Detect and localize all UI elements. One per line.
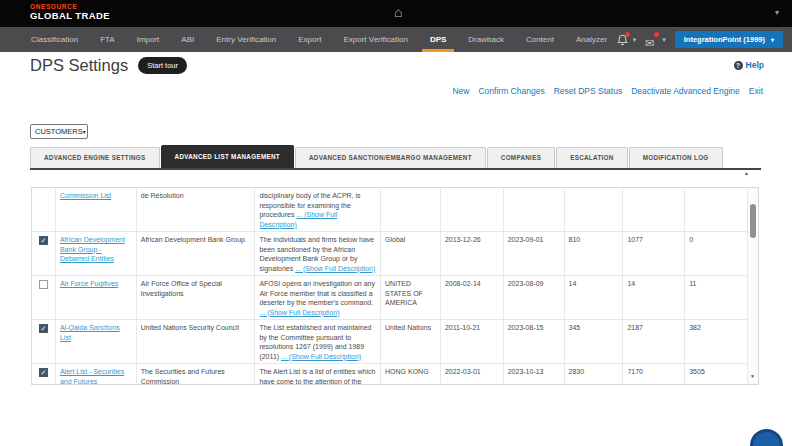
count3-cell: 0 (685, 232, 747, 275)
scroll-up-arrow-icon[interactable]: ▲ (744, 170, 749, 176)
table-row: ✓ Alert List - Securities and Futures Co… (32, 364, 747, 384)
count2-cell (623, 188, 685, 231)
list-name-link[interactable]: Air Force Fugitives (60, 280, 118, 287)
description-cell: disciplinary body of the ACPR, is respon… (255, 188, 381, 231)
help-question-icon: ? (734, 61, 743, 70)
chat-fab-button[interactable] (750, 429, 783, 446)
source-cell: United Nations Security Council (137, 320, 256, 363)
deactivate-advanced-engine-link[interactable]: Deactivate Advanced Engine (631, 86, 740, 96)
description-cell: The List established and maintained by t… (255, 320, 381, 363)
count3-cell: 3505 (685, 364, 747, 384)
show-full-description-link[interactable]: ... (Show Full Description) (259, 309, 339, 316)
list-name-cell: African Development Bank Group - Debarre… (56, 232, 137, 275)
checkbox-cell: ✓ (32, 320, 56, 363)
check-icon: ✓ (41, 369, 47, 376)
count1-cell: 810 (565, 232, 624, 275)
row-checkbox[interactable]: ✓ (39, 280, 48, 289)
description-cell: The Alert List is a list of entities whi… (255, 364, 381, 384)
scroll-down-arrow-icon[interactable]: ▼ (750, 373, 755, 379)
region-cell: UNITED STATES OF AMERICA (381, 276, 441, 319)
checkbox-cell: ✓ (32, 364, 56, 384)
scrollbar-thumb[interactable] (750, 204, 756, 238)
row-checkbox[interactable]: ✓ (39, 324, 48, 333)
description-cell: AFOSI opens an investigation on any Air … (255, 276, 381, 319)
region-cell: Global (381, 232, 441, 275)
nav-item-analyzer[interactable]: Analyzer (565, 27, 618, 52)
count3-cell (685, 188, 747, 231)
tab-companies[interactable]: COMPANIES (487, 147, 555, 168)
description-text: The Alert List is a list of entities whi… (259, 368, 375, 384)
notifications-caret-icon[interactable]: ▾ (633, 36, 637, 44)
nav-item-abi[interactable]: ABI (170, 27, 205, 52)
tab-advanced-sanction-embargo-management[interactable]: ADVANCED SANCTION/EMBARGO MANAGEMENT (295, 147, 486, 168)
nav-item-content[interactable]: Content (515, 27, 565, 52)
new-link[interactable]: New (452, 86, 469, 96)
top-app-bar: ONESOURCE GLOBAL TRADE ⌂ ▾ (0, 0, 792, 27)
nav-item-import[interactable]: Import (126, 27, 171, 52)
check-icon: ✓ (41, 237, 47, 244)
nav-item-export[interactable]: Export (287, 27, 332, 52)
exit-link[interactable]: Exit (749, 86, 763, 96)
title-row: DPS Settings Start tour (30, 56, 187, 75)
table-row: ✓ Air Force Fugitives Air Force Office o… (32, 276, 747, 320)
messages-caret-icon[interactable]: ▾ (662, 36, 666, 44)
row-checkbox[interactable]: ✓ (39, 236, 48, 245)
brand-logo: ONESOURCE GLOBAL TRADE (30, 3, 110, 21)
list-name-link[interactable]: Al-Qaida Sanctions List (60, 324, 120, 341)
tab-advanced-list-management[interactable]: ADVANCED LIST MANAGEMENT (161, 145, 294, 168)
show-full-description-link[interactable]: ... (Show Full Description) (295, 265, 375, 272)
effective-date-cell: 2022-03-01 (441, 364, 504, 384)
list-name-cell: Air Force Fugitives (56, 276, 137, 319)
message-badge (654, 32, 659, 37)
tab-modification-log[interactable]: MODIFICATION LOG (629, 147, 723, 168)
customers-select-caret-icon: ▾ (83, 128, 86, 135)
reset-dps-status-link[interactable]: Reset DPS Status (554, 86, 623, 96)
messages-envelope-icon[interactable]: ✉ (645, 33, 658, 47)
count2-cell: 14 (623, 276, 685, 319)
nav-item-dps[interactable]: DPS (419, 27, 457, 52)
action-links: New Confirm Changes Reset DPS Status Dea… (452, 86, 763, 96)
customers-select[interactable]: CUSTOMERS ▾ (30, 124, 88, 139)
list-name-link[interactable]: Commission List (60, 192, 111, 199)
notification-badge (625, 32, 630, 37)
table-row: ✓ African Development Bank Group - Debar… (32, 232, 747, 276)
count1-cell: 14 (565, 276, 624, 319)
home-icon[interactable]: ⌂ (394, 3, 402, 21)
table-row: ✓ Commission List de Résolution discipli… (32, 188, 747, 232)
notifications-bell-icon[interactable] (616, 33, 629, 47)
start-tour-button[interactable]: Start tour (138, 57, 187, 74)
main-nav: Classification FTA Import ABI Entry Veri… (0, 27, 792, 52)
source-cell: de Résolution (137, 188, 256, 231)
list-name-cell: Commission List (56, 188, 137, 231)
nav-item-drawback[interactable]: Drawback (457, 27, 515, 52)
nav-item-classification[interactable]: Classification (20, 27, 89, 52)
help-label: Help (746, 60, 764, 70)
help-link[interactable]: ? Help (734, 60, 764, 70)
nav-item-fta[interactable]: FTA (89, 27, 126, 52)
count2-cell: 7170 (623, 364, 685, 384)
topbar-dropdown-caret-icon[interactable]: ▾ (775, 8, 779, 17)
show-full-description-link[interactable]: ... (Show Full Description) (281, 353, 361, 360)
advanced-list-table: ✓ Commission List de Résolution discipli… (31, 187, 759, 385)
checkbox-cell: ✓ (32, 276, 56, 319)
check-icon: ✓ (41, 325, 47, 332)
table-scrollbar[interactable]: ▼ (747, 188, 758, 384)
brand-global-trade: GLOBAL TRADE (30, 10, 110, 21)
description-text: AFOSI opens an investigation on any Air … (259, 280, 375, 306)
region-cell (381, 188, 441, 231)
effective-date-cell: 2008-02-14 (441, 276, 504, 319)
checkbox-cell: ✓ (32, 188, 56, 231)
customers-select-value: CUSTOMERS (35, 127, 83, 136)
confirm-changes-link[interactable]: Confirm Changes (478, 86, 544, 96)
checked-date-cell: 2023-08-15 (504, 320, 565, 363)
count1-cell: 345 (565, 320, 624, 363)
tab-advanced-engine-settings[interactable]: ADVANCED ENGINE SETTINGS (30, 147, 160, 168)
account-button[interactable]: IntegrationPoint (1999) ▾ (675, 31, 783, 48)
tab-escalation[interactable]: ESCALATION (556, 147, 627, 168)
source-cell: The Securities and Futures Commission (137, 364, 256, 384)
nav-item-export-verification[interactable]: Export Verification (332, 27, 418, 52)
nav-item-entry-verification[interactable]: Entry Verification (205, 27, 287, 52)
list-name-link[interactable]: African Development Bank Group - Debarre… (60, 236, 125, 262)
list-name-link[interactable]: Alert List - Securities and Futures Comm… (60, 368, 124, 384)
row-checkbox[interactable]: ✓ (39, 368, 48, 377)
